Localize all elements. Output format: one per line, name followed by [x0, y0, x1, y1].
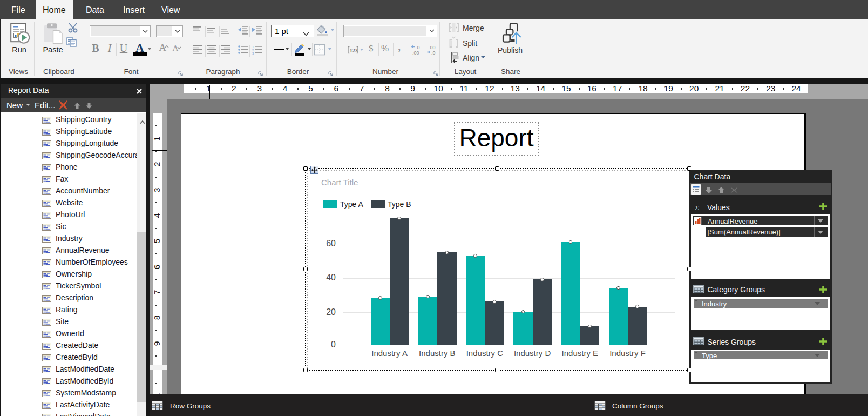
svg-text:123: 123 — [350, 48, 358, 53]
svg-text:.0: .0 — [416, 45, 420, 50]
svg-text:3: 3 — [252, 52, 254, 55]
svg-text:.0: .0 — [431, 50, 436, 55]
svg-text:.00: .00 — [429, 45, 436, 50]
svg-text:.00: .00 — [412, 50, 419, 55]
